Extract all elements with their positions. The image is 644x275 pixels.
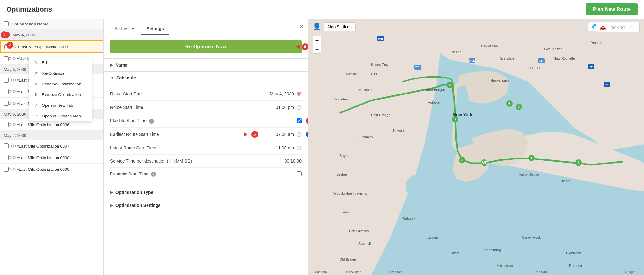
gear-button-0006[interactable]: ⚙ ▼ (9, 122, 19, 127)
context-menu: Edit Re-Optimize Rename Optimization Rem… (29, 57, 92, 121)
route-start-date-calendar-icon[interactable] (297, 91, 302, 97)
trash-icon (34, 92, 39, 97)
gear-button-0004[interactable]: ⚙ ▼ (9, 89, 19, 94)
dynamic-start-time-checkbox[interactable] (297, 171, 302, 176)
dynamic-start-time-label: Dynamic Start Time ? (110, 171, 156, 177)
svg-text:Hazlet: Hazlet (450, 251, 459, 255)
svg-text:Linden: Linden (428, 235, 438, 239)
flexible-start-time-label: Flexible Start Time ? (110, 118, 154, 124)
annotation-badge-1: 1 (1, 31, 8, 38)
schedule-section-header[interactable]: ▼ Schedule (104, 72, 308, 84)
latest-start-time-row: Latest Route Start Time 11:00 am (110, 141, 302, 155)
svg-text:Highlands: Highlands (566, 251, 581, 255)
gear-icon-0003: ⚙ (8, 78, 16, 83)
svg-text:Keansburg: Keansburg (484, 248, 501, 252)
select-all-checkbox[interactable] (4, 21, 9, 26)
optimization-name-0001: Last Mile Optimization 0001 (19, 45, 99, 49)
name-section: ▶ Name (104, 58, 308, 71)
context-menu-open-map[interactable]: Open in "Routes Map" (29, 111, 92, 121)
context-menu-reoptimize-label: Re-Optimize (42, 71, 64, 76)
flexible-start-time-help[interactable]: ? (149, 119, 154, 124)
svg-text:Perth Amboy: Perth Amboy (349, 229, 369, 233)
zoom-out-button[interactable]: − (313, 45, 321, 54)
dynamic-start-time-row: Dynamic Start Time ? (110, 168, 302, 181)
context-menu-rename[interactable]: Rename Optimization (29, 78, 92, 89)
gear-button-0009[interactable]: ⚙ ▼ (9, 167, 19, 172)
plan-new-route-button[interactable]: Plan New Route (586, 3, 638, 15)
context-menu-edit[interactable]: Edit (29, 57, 92, 68)
name-section-label: Name (115, 62, 127, 67)
earliest-start-time-value: 07:00 am (263, 132, 294, 137)
schedule-section-label: Schedule (116, 75, 136, 80)
gear-button-0002[interactable]: ⚙ ▼ (9, 56, 19, 61)
zoom-in-button[interactable]: + (313, 36, 321, 45)
optimization-name-0008: Last Mile Optimization 0008 (19, 155, 100, 160)
optimization-row-0008[interactable]: ⚙ ▼ Last Mile Optimization 0008 (0, 152, 103, 164)
gear-icon-0006: ⚙ (8, 122, 16, 127)
optimization-row-0007[interactable]: ⚙ ▼ Last Mile Optimization 0007 (0, 140, 103, 152)
flexible-start-time-checkbox[interactable] (297, 118, 302, 123)
settings-content: ▶ Name ▼ Schedule Route Start Date (104, 58, 308, 275)
tab-addresses[interactable]: Addresses (109, 23, 141, 35)
gear-button-0008[interactable]: ⚙ ▼ (9, 155, 19, 160)
close-button[interactable]: × (300, 23, 303, 30)
name-section-header[interactable]: ▶ Name (104, 59, 308, 71)
optimization-row-0009[interactable]: ⚙ ▼ Last Mile Optimization 0009 (0, 164, 103, 175)
svg-text:Newark: Newark (393, 129, 405, 132)
earliest-start-clock-icon[interactable] (297, 132, 302, 137)
gear-button-0003[interactable]: ⚙ ▼ (9, 78, 19, 83)
tab-settings[interactable]: Settings (141, 23, 169, 35)
svg-text:Freehold: Freehold (390, 270, 402, 274)
flexible-start-time-row: Flexible Start Time ? 4 (110, 114, 302, 128)
svg-text:7: 7 (454, 117, 456, 121)
svg-text:Linden: Linden (336, 173, 347, 176)
latest-start-time-value-group: 11:00 am (263, 145, 302, 151)
map-overlay-top: 👤 Map Settings 🌐 Satellite 🗺 Map (308, 19, 644, 35)
gear-icon-0009: ⚙ (8, 167, 16, 172)
svg-text:87: 87 (590, 66, 593, 69)
context-menu-remove[interactable]: Remove Optimization (29, 89, 92, 100)
route-start-date-row: Route Start Date May 4, 2030 (110, 87, 302, 101)
page-title: Optimizations (6, 5, 52, 13)
svg-text:95: 95 (605, 83, 608, 86)
date-group-label-may7: May 7, 2030 (4, 133, 26, 138)
optimization-row-0001[interactable]: ⚙ ▼ 2 Last Mile Optimization 0001 Edit R… (0, 40, 103, 53)
route-start-time-clock-icon[interactable] (297, 105, 302, 110)
svg-text:Valley Stream: Valley Stream (519, 173, 540, 176)
dynamic-start-time-help[interactable]: ? (151, 172, 156, 177)
tracking-input[interactable]: 🚗 Tracking (596, 22, 640, 32)
opt-settings-collapse-arrow: ▶ (110, 203, 113, 208)
context-menu-edit-label: Edit (42, 60, 49, 65)
map-settings-button[interactable]: Map Settings (324, 22, 356, 31)
svg-text:Hoboken: Hoboken (428, 100, 441, 104)
context-menu-open-tab[interactable]: Open in New Tab (29, 100, 92, 111)
reoptimize-icon (34, 71, 39, 76)
svg-text:Summit: Summit (346, 73, 357, 76)
date-group-may4: 1 May 4, 2030 1 (0, 29, 103, 40)
context-menu-reoptimize[interactable]: Re-Optimize (29, 68, 92, 78)
map-svg: 3 7 8 S/E 2 1 6 2 M (308, 19, 644, 275)
tracking-label: Tracking (608, 25, 625, 30)
svg-text:Old Bridge: Old Bridge (340, 257, 356, 261)
date-group-label-may4: May 4, 2030 (13, 33, 35, 37)
tabs-bar: Addresses Settings × (104, 19, 308, 35)
service-time-value-group: 00:10:00 (270, 159, 302, 164)
reoptimize-now-button[interactable]: Re-Optimize Now (110, 40, 302, 53)
annotation-badge-5b: 5 (306, 131, 308, 138)
context-menu-rename-label: Rename Optimization (42, 82, 81, 86)
gear-button-0007[interactable]: ⚙ ▼ (9, 143, 19, 148)
optimization-type-section: ▶ Optimization Type (104, 186, 308, 199)
route-start-time-value-group: 01:00 pm (263, 105, 302, 110)
svg-text:New Rochelle: New Rochelle (553, 57, 575, 60)
route-start-date-value-group: May 4, 2030 (263, 91, 302, 97)
gear-button-0001[interactable]: ⚙ ▼ 2 (9, 44, 19, 49)
optimization-type-label: Optimization Type (115, 190, 153, 195)
route-start-time-label: Route Start Time (110, 105, 143, 110)
latest-start-clock-icon[interactable] (297, 145, 302, 151)
optimization-settings-header[interactable]: ▶ Optimization Settings (104, 199, 308, 212)
gear-button-0005[interactable]: ⚙ ▼ (9, 101, 19, 106)
flexible-start-time-value-group: 4 (297, 118, 302, 123)
optimization-type-header[interactable]: ▶ Optimization Type (104, 186, 308, 199)
dynamic-start-time-value-group (297, 171, 302, 176)
open-tab-icon (34, 103, 39, 108)
